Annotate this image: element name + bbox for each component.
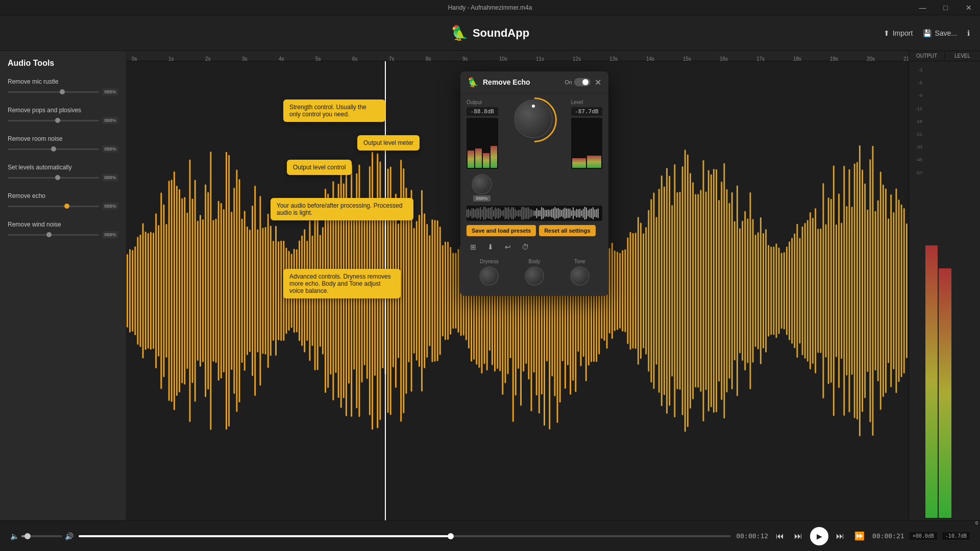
svg-rect-252: [783, 252, 785, 330]
svg-rect-247: [770, 247, 772, 335]
info-button[interactable]: ℹ: [967, 29, 970, 37]
svg-rect-214: [684, 149, 686, 432]
mini-waveform-svg: [467, 206, 602, 221]
tool-item-4: Remove echo 888%: [5, 190, 121, 212]
output-level-row: Output -88.8dB Level: [467, 99, 602, 169]
svg-rect-241: [755, 235, 756, 347]
tool-slider-0[interactable]: [8, 91, 99, 93]
svg-rect-284: [867, 210, 868, 372]
volume-thumb[interactable]: [24, 533, 31, 539]
copy-icon-button[interactable]: ⊞: [467, 240, 480, 254]
svg-rect-123: [447, 242, 449, 340]
svg-rect-282: [862, 170, 863, 412]
body-label: Body: [529, 259, 541, 264]
download-icon-button[interactable]: ⬇: [484, 240, 497, 254]
svg-rect-300: [467, 209, 468, 217]
svg-rect-379: [598, 209, 599, 218]
svg-rect-377: [594, 210, 595, 217]
svg-rect-353: [554, 207, 555, 219]
svg-rect-221: [703, 160, 704, 421]
svg-rect-198: [643, 233, 644, 348]
tone-knob[interactable]: [570, 266, 590, 286]
undo-icon-button[interactable]: ↩: [501, 240, 514, 254]
svg-rect-253: [786, 246, 788, 335]
tool-name-5: Remove wind noise: [8, 221, 118, 228]
step-forward-button[interactable]: ⏭: [834, 529, 847, 543]
svg-rect-331: [518, 210, 519, 217]
svg-rect-54: [267, 214, 269, 368]
tool-slider-4[interactable]: [8, 206, 99, 207]
body-knob[interactable]: [525, 266, 544, 286]
svg-rect-55: [270, 226, 272, 356]
rewind-button[interactable]: ⏮: [773, 529, 787, 543]
ruler-mark-8: 8s: [426, 56, 431, 62]
close-button[interactable]: ✕: [957, 0, 980, 15]
svg-rect-309: [481, 209, 482, 217]
save-button[interactable]: 💾 Save...: [923, 29, 957, 37]
svg-rect-202: [653, 193, 655, 389]
svg-rect-310: [483, 207, 484, 220]
strength-knob-area: [503, 99, 566, 169]
svg-rect-267: [822, 183, 824, 398]
output-label: Output: [467, 99, 498, 105]
svg-rect-224: [710, 174, 712, 407]
svg-rect-120: [439, 227, 441, 355]
svg-rect-186: [611, 243, 613, 339]
fast-forward-button[interactable]: ⏩: [852, 529, 867, 543]
play-button[interactable]: ▶: [810, 527, 828, 545]
svg-rect-359: [565, 208, 566, 219]
svg-rect-124: [450, 247, 451, 335]
progress-bar[interactable]: [79, 535, 731, 537]
tool-thumb-4: [64, 204, 69, 209]
ruler-mark-10: 10s: [499, 56, 507, 62]
progress-thumb[interactable]: [448, 533, 454, 539]
svg-rect-323: [505, 207, 506, 219]
svg-rect-311: [485, 207, 486, 220]
reset-button[interactable]: Reset all settings: [539, 225, 595, 236]
svg-rect-208: [669, 176, 670, 406]
svg-rect-219: [697, 194, 699, 388]
tool-thumb-3: [55, 175, 60, 180]
svg-rect-288: [877, 201, 879, 382]
ruler-mark-18: 18s: [793, 56, 801, 62]
import-button[interactable]: ⬆ Import: [884, 29, 913, 37]
tool-slider-2[interactable]: [8, 148, 99, 150]
ruler-mark-3: 3s: [242, 56, 248, 62]
toggle-switch[interactable]: On: [565, 78, 591, 86]
svg-rect-4: [137, 237, 138, 344]
svg-rect-277: [849, 169, 850, 412]
save-presets-button[interactable]: Save and load presets: [467, 225, 536, 236]
minimize-button[interactable]: —: [911, 0, 934, 15]
step-back-button[interactable]: ⏭: [792, 529, 805, 543]
right-meters: OUTPUT LEVEL -3-6-9-12-18-21-33-45-57 0: [909, 51, 980, 520]
timer-icon-button[interactable]: ⏱: [519, 240, 532, 254]
svg-rect-313: [488, 208, 489, 219]
level-control-area: 888%: [467, 174, 602, 202]
volume-slider[interactable]: [21, 535, 62, 537]
svg-rect-230: [726, 189, 728, 393]
svg-rect-306: [477, 208, 478, 219]
svg-rect-220: [700, 190, 701, 392]
svg-rect-190: [622, 250, 623, 331]
svg-rect-334: [523, 207, 524, 220]
maximize-button[interactable]: □: [934, 0, 957, 15]
toggle-track[interactable]: [574, 78, 591, 86]
modal-close-button[interactable]: ✕: [595, 78, 601, 87]
svg-rect-37: [223, 209, 225, 372]
tool-slider-3[interactable]: [8, 177, 99, 179]
level-display-right: -10.7dB: [942, 532, 970, 540]
tool-controls-4: 888%: [8, 203, 118, 210]
strength-knob-container[interactable]: [514, 99, 555, 140]
svg-rect-307: [478, 209, 479, 218]
svg-rect-315: [492, 207, 493, 219]
output-meter-bar-3: [483, 153, 489, 168]
svg-rect-225: [713, 169, 715, 413]
tool-slider-1[interactable]: [8, 120, 99, 121]
level-bar-2: [587, 156, 601, 168]
svg-rect-188: [617, 252, 618, 330]
tool-slider-5[interactable]: [8, 234, 99, 236]
level-section: Level -87.7dB: [571, 99, 603, 169]
dryness-knob[interactable]: [479, 266, 499, 286]
level-control-knob[interactable]: [472, 174, 492, 194]
svg-rect-49: [254, 186, 256, 396]
